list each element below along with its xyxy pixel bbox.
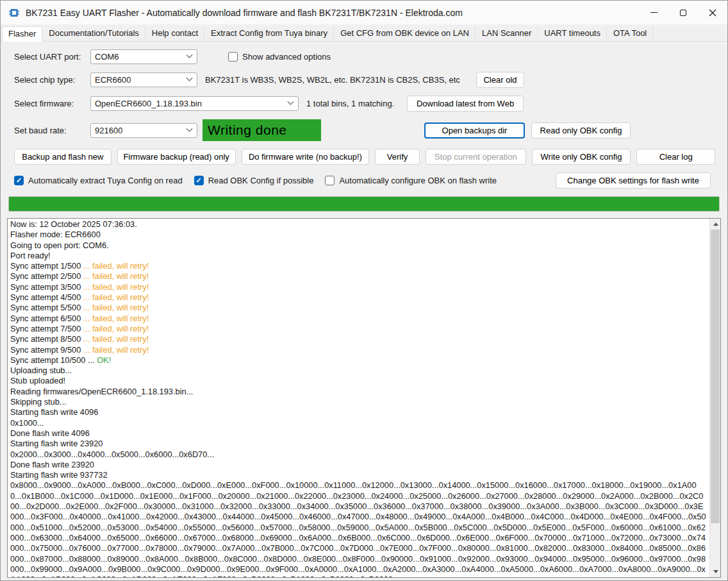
checkbox-icon bbox=[325, 176, 335, 185]
do-firmware-write-button[interactable]: Do firmware write (no backup!) bbox=[242, 149, 370, 165]
minimize-icon bbox=[650, 12, 658, 13]
uart-port-select[interactable]: COM6 bbox=[90, 49, 197, 64]
clear-log-button[interactable]: Clear log bbox=[636, 149, 715, 165]
window-controls bbox=[639, 1, 727, 24]
progress-fill bbox=[9, 197, 719, 211]
log-line: Done flash write 4096 bbox=[10, 428, 707, 439]
log-line: Starting flash write 937732 bbox=[10, 470, 707, 480]
chip-type-value: ECR6600 bbox=[95, 75, 131, 85]
app-icon bbox=[8, 7, 20, 19]
firmware-select[interactable]: OpenECR6600_1.18.193.bin bbox=[90, 96, 299, 111]
close-icon bbox=[709, 9, 716, 17]
log-line: Sync attempt 8/500 ... failed, will retr… bbox=[10, 334, 707, 344]
log-line: Sync attempt 2/500 ... failed, will retr… bbox=[10, 271, 707, 282]
log-line: Skipping stub... bbox=[10, 397, 707, 407]
tab-uart-timeouts[interactable]: UART timeouts bbox=[538, 26, 607, 41]
log-line: 0x8000...0x9000...0xA000...0xB000...0xC0… bbox=[10, 480, 707, 577]
uart-port-value: COM6 bbox=[95, 52, 119, 62]
tab-documentation-tutorials[interactable]: Documentation/Tutorials bbox=[42, 26, 145, 41]
log-line: Sync attempt 10/500 ... OK! bbox=[10, 355, 707, 366]
app-window: BK7231 Easy UART Flasher - Automatically… bbox=[0, 0, 728, 581]
tab-help-contact[interactable]: Help contact bbox=[145, 26, 204, 41]
verify-button[interactable]: Verify bbox=[375, 149, 420, 165]
log-line: 0x1000... bbox=[10, 418, 707, 428]
arrow-down-icon bbox=[713, 570, 718, 573]
chevron-down-icon bbox=[288, 99, 294, 105]
log-line: Sync attempt 9/500 ... failed, will retr… bbox=[10, 345, 707, 355]
clear-old-button[interactable]: Clear old bbox=[476, 72, 524, 88]
log-line: Done flash write 23920 bbox=[10, 460, 707, 470]
tab-lan-scanner[interactable]: LAN Scanner bbox=[476, 26, 538, 41]
log-line: Starting flash write 4096 bbox=[10, 407, 707, 417]
log-line: Sync attempt 6/500 ... failed, will retr… bbox=[10, 314, 707, 324]
log-line: Sync attempt 5/500 ... failed, will retr… bbox=[10, 303, 707, 313]
chip-type-hint: BK7231T is WB3S, WB2S, WB2L, etc. BK7231… bbox=[205, 75, 460, 85]
firmware-label: Select firmware: bbox=[14, 99, 90, 108]
chip-type-select[interactable]: ECR6600 bbox=[90, 72, 197, 87]
show-advanced-label: Show advanced options bbox=[242, 52, 331, 62]
row-actions: Backup and flash new Firmware backup (re… bbox=[14, 149, 727, 165]
log-line: Going to open port: COM6. bbox=[10, 240, 707, 251]
log-line: Sync attempt 1/500 ... failed, will retr… bbox=[10, 261, 707, 271]
row-chip-type: Select chip type: ECR6600 BK7231T is WB3… bbox=[14, 72, 727, 88]
auto-configure-checkbox[interactable]: Automatically configure OBK on flash wri… bbox=[325, 176, 497, 185]
show-advanced-checkbox[interactable]: Show advanced options bbox=[228, 52, 331, 62]
baud-rate-select[interactable]: 921600 bbox=[90, 123, 197, 138]
log-line: Sync attempt 7/500 ... failed, will retr… bbox=[10, 324, 707, 334]
uart-port-label: Select UART port: bbox=[14, 52, 90, 62]
baud-rate-label: Set baud rate: bbox=[14, 126, 90, 135]
log-line: 0x2000...0x3000...0x4000...0x5000...0x60… bbox=[10, 450, 707, 460]
log-line: Now is: 12 October 2025 07:36:03. bbox=[10, 219, 707, 230]
firmware-value: OpenECR6600_1.18.193.bin bbox=[95, 99, 202, 108]
scrollbar-thumb[interactable] bbox=[711, 230, 720, 523]
log-line: Uploading stub... bbox=[10, 366, 707, 376]
tab-ota-tool[interactable]: OTA Tool bbox=[607, 26, 653, 41]
checkbox-icon bbox=[194, 176, 204, 185]
firmware-backup-button[interactable]: Firmware backup (read) only bbox=[117, 149, 236, 165]
log-output[interactable]: Now is: 12 October 2025 07:36:03.Flasher… bbox=[7, 218, 721, 578]
change-obk-settings-button[interactable]: Change OBK settings for flash write bbox=[556, 173, 711, 189]
flasher-form: Select UART port: COM6 Show advanced opt… bbox=[1, 42, 727, 189]
log-content: Now is: 12 October 2025 07:36:03.Flasher… bbox=[10, 219, 707, 577]
extract-tuya-label: Automatically extract Tuya Config on rea… bbox=[28, 176, 183, 185]
write-only-obk-button[interactable]: Write only OBK config bbox=[532, 149, 631, 165]
read-only-obk-button[interactable]: Read only OBK config bbox=[531, 122, 631, 139]
backup-and-flash-button[interactable]: Backup and flash new bbox=[14, 149, 112, 165]
open-backups-button[interactable]: Open backups dir bbox=[424, 122, 525, 139]
stop-operation-button: Stop current operation bbox=[426, 149, 526, 165]
extract-tuya-checkbox[interactable]: Automatically extract Tuya Config on rea… bbox=[14, 176, 183, 185]
close-button[interactable] bbox=[698, 1, 727, 24]
log-line: Flasher mode: ECR6600 bbox=[10, 230, 707, 240]
maximize-button[interactable] bbox=[668, 1, 698, 24]
download-latest-button[interactable]: Download latest from Web bbox=[407, 96, 524, 112]
tab-extract-config-from-tuya-binary[interactable]: Extract Config from Tuya binary bbox=[204, 26, 334, 41]
tab-get-cfg-from-obk-device-on-lan[interactable]: Get CFG from OBK device on LAN bbox=[334, 26, 476, 41]
log-line: Sync attempt 3/500 ... failed, will retr… bbox=[10, 282, 707, 292]
log-line: Reading firmwares/OpenECR6600_1.18.193.b… bbox=[10, 387, 707, 397]
firmware-hint: 1 total bins, 1 matching. bbox=[306, 99, 394, 108]
auto-configure-label: Automatically configure OBK on flash wri… bbox=[339, 176, 497, 185]
log-scrollbar[interactable] bbox=[709, 219, 720, 577]
tab-strip: FlasherDocumentation/TutorialsHelp conta… bbox=[1, 24, 727, 42]
chevron-down-icon bbox=[186, 52, 193, 58]
checkbox-icon bbox=[228, 52, 238, 62]
titlebar: BK7231 Easy UART Flasher - Automatically… bbox=[1, 1, 727, 24]
checkbox-icon bbox=[14, 176, 24, 185]
chip-type-label: Select chip type: bbox=[14, 75, 90, 85]
row-firmware: Select firmware: OpenECR6600_1.18.193.bi… bbox=[14, 96, 727, 112]
read-obk-checkbox[interactable]: Read OBK Config if possible bbox=[194, 176, 314, 185]
chevron-down-icon bbox=[186, 75, 193, 81]
log-line: Port ready! bbox=[10, 251, 707, 261]
scroll-up-button[interactable] bbox=[710, 219, 721, 230]
window-title: BK7231 Easy UART Flasher - Automatically… bbox=[26, 8, 463, 18]
row-baud: Set baud rate: 921600 Writing done Open … bbox=[14, 119, 727, 141]
read-obk-label: Read OBK Config if possible bbox=[208, 176, 314, 185]
scroll-down-button[interactable] bbox=[710, 566, 721, 577]
tab-flasher[interactable]: Flasher bbox=[2, 26, 42, 42]
maximize-icon bbox=[680, 10, 686, 16]
arrow-up-icon bbox=[713, 223, 718, 226]
minimize-button[interactable] bbox=[639, 1, 668, 24]
row-options: Automatically extract Tuya Config on rea… bbox=[14, 173, 727, 189]
progress-bar bbox=[8, 196, 720, 212]
status-label: Writing done bbox=[203, 119, 321, 141]
